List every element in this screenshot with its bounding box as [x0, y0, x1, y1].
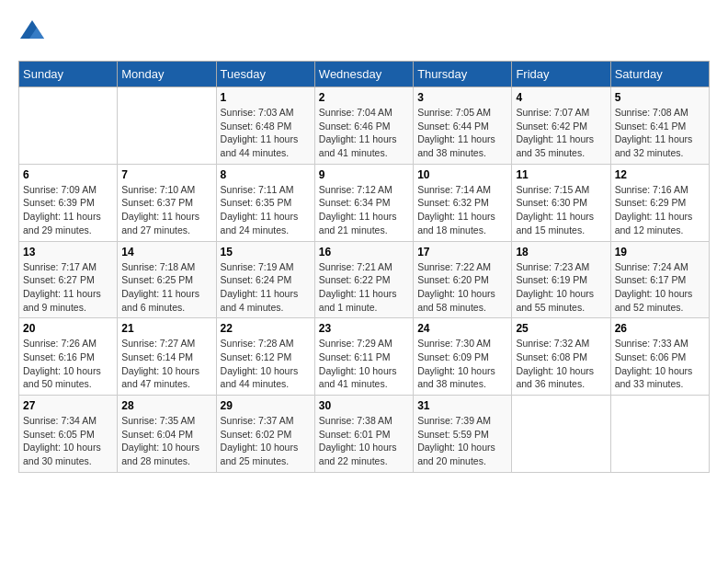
day-number: 19	[615, 246, 705, 259]
day-cell: 11Sunrise: 7:15 AM Sunset: 6:30 PM Dayli…	[512, 164, 610, 241]
day-info: Sunrise: 7:21 AM Sunset: 6:22 PM Dayligh…	[319, 260, 409, 315]
header-sunday: Sunday	[19, 62, 118, 87]
day-cell: 22Sunrise: 7:28 AM Sunset: 6:12 PM Dayli…	[216, 318, 314, 396]
day-cell: 10Sunrise: 7:14 AM Sunset: 6:32 PM Dayli…	[414, 164, 512, 241]
day-info: Sunrise: 7:03 AM Sunset: 6:48 PM Dayligh…	[221, 106, 311, 160]
day-info: Sunrise: 7:19 AM Sunset: 6:24 PM Dayligh…	[221, 260, 311, 315]
day-cell: 3Sunrise: 7:05 AM Sunset: 6:44 PM Daylig…	[414, 87, 512, 165]
day-number: 23	[319, 322, 409, 335]
week-row-3: 20Sunrise: 7:26 AM Sunset: 6:16 PM Dayli…	[19, 318, 710, 396]
day-number: 8	[221, 168, 311, 181]
day-cell: 2Sunrise: 7:04 AM Sunset: 6:46 PM Daylig…	[314, 87, 413, 165]
day-info: Sunrise: 7:34 AM Sunset: 6:05 PM Dayligh…	[23, 414, 113, 468]
day-cell: 18Sunrise: 7:23 AM Sunset: 6:19 PM Dayli…	[512, 241, 610, 318]
day-number: 2	[319, 91, 409, 104]
day-cell	[118, 87, 216, 165]
day-number: 26	[615, 322, 705, 335]
week-row-2: 13Sunrise: 7:17 AM Sunset: 6:27 PM Dayli…	[19, 241, 710, 318]
day-info: Sunrise: 7:32 AM Sunset: 6:08 PM Dayligh…	[516, 337, 606, 391]
day-number: 1	[221, 91, 311, 104]
day-info: Sunrise: 7:35 AM Sunset: 6:04 PM Dayligh…	[121, 414, 211, 468]
day-number: 3	[417, 91, 507, 104]
week-row-4: 27Sunrise: 7:34 AM Sunset: 6:05 PM Dayli…	[19, 396, 710, 473]
day-info: Sunrise: 7:15 AM Sunset: 6:30 PM Dayligh…	[516, 183, 606, 237]
day-cell: 16Sunrise: 7:21 AM Sunset: 6:22 PM Dayli…	[314, 241, 413, 318]
day-cell: 17Sunrise: 7:22 AM Sunset: 6:20 PM Dayli…	[414, 241, 512, 318]
day-number: 17	[417, 246, 507, 259]
day-info: Sunrise: 7:09 AM Sunset: 6:39 PM Dayligh…	[23, 183, 113, 237]
day-number: 9	[319, 168, 409, 181]
day-info: Sunrise: 7:12 AM Sunset: 6:34 PM Dayligh…	[319, 183, 409, 237]
day-info: Sunrise: 7:17 AM Sunset: 6:27 PM Dayligh…	[23, 260, 113, 315]
day-info: Sunrise: 7:07 AM Sunset: 6:42 PM Dayligh…	[516, 106, 606, 160]
day-info: Sunrise: 7:38 AM Sunset: 6:01 PM Dayligh…	[319, 414, 409, 468]
day-info: Sunrise: 7:33 AM Sunset: 6:06 PM Dayligh…	[615, 337, 705, 391]
day-info: Sunrise: 7:30 AM Sunset: 6:09 PM Dayligh…	[417, 337, 507, 391]
day-number: 18	[516, 246, 606, 259]
header-wednesday: Wednesday	[314, 62, 413, 87]
day-cell: 8Sunrise: 7:11 AM Sunset: 6:35 PM Daylig…	[216, 164, 314, 241]
day-info: Sunrise: 7:08 AM Sunset: 6:41 PM Dayligh…	[615, 106, 705, 160]
page-header	[18, 18, 710, 46]
day-number: 15	[221, 246, 311, 259]
day-cell: 9Sunrise: 7:12 AM Sunset: 6:34 PM Daylig…	[314, 164, 413, 241]
day-number: 16	[319, 246, 409, 259]
day-cell	[19, 87, 118, 165]
day-info: Sunrise: 7:23 AM Sunset: 6:19 PM Dayligh…	[516, 260, 606, 315]
day-cell: 23Sunrise: 7:29 AM Sunset: 6:11 PM Dayli…	[314, 318, 413, 396]
day-number: 27	[23, 399, 113, 412]
day-number: 28	[121, 399, 211, 412]
day-cell: 28Sunrise: 7:35 AM Sunset: 6:04 PM Dayli…	[118, 396, 216, 473]
day-number: 31	[417, 399, 507, 412]
day-info: Sunrise: 7:18 AM Sunset: 6:25 PM Dayligh…	[121, 260, 211, 315]
header-row: SundayMondayTuesdayWednesdayThursdayFrid…	[19, 62, 710, 87]
day-info: Sunrise: 7:16 AM Sunset: 6:29 PM Dayligh…	[615, 183, 705, 237]
day-number: 25	[516, 322, 606, 335]
day-cell: 27Sunrise: 7:34 AM Sunset: 6:05 PM Dayli…	[19, 396, 118, 473]
day-cell: 31Sunrise: 7:39 AM Sunset: 5:59 PM Dayli…	[414, 396, 512, 473]
day-info: Sunrise: 7:39 AM Sunset: 5:59 PM Dayligh…	[417, 414, 507, 468]
day-number: 24	[417, 322, 507, 335]
day-cell: 25Sunrise: 7:32 AM Sunset: 6:08 PM Dayli…	[512, 318, 610, 396]
day-number: 5	[615, 91, 705, 104]
day-cell: 5Sunrise: 7:08 AM Sunset: 6:41 PM Daylig…	[610, 87, 709, 165]
day-number: 7	[121, 168, 211, 181]
day-cell: 14Sunrise: 7:18 AM Sunset: 6:25 PM Dayli…	[118, 241, 216, 318]
day-info: Sunrise: 7:22 AM Sunset: 6:20 PM Dayligh…	[417, 260, 507, 315]
day-cell: 19Sunrise: 7:24 AM Sunset: 6:17 PM Dayli…	[610, 241, 709, 318]
day-cell: 7Sunrise: 7:10 AM Sunset: 6:37 PM Daylig…	[118, 164, 216, 241]
logo-icon	[18, 18, 46, 46]
day-cell: 1Sunrise: 7:03 AM Sunset: 6:48 PM Daylig…	[216, 87, 314, 165]
day-cell	[512, 396, 610, 473]
day-info: Sunrise: 7:11 AM Sunset: 6:35 PM Dayligh…	[221, 183, 311, 237]
day-cell: 13Sunrise: 7:17 AM Sunset: 6:27 PM Dayli…	[19, 241, 118, 318]
day-cell: 26Sunrise: 7:33 AM Sunset: 6:06 PM Dayli…	[610, 318, 709, 396]
week-row-1: 6Sunrise: 7:09 AM Sunset: 6:39 PM Daylig…	[19, 164, 710, 241]
day-number: 4	[516, 91, 606, 104]
day-info: Sunrise: 7:29 AM Sunset: 6:11 PM Dayligh…	[319, 337, 409, 391]
day-number: 29	[221, 399, 311, 412]
day-info: Sunrise: 7:14 AM Sunset: 6:32 PM Dayligh…	[417, 183, 507, 237]
day-cell: 21Sunrise: 7:27 AM Sunset: 6:14 PM Dayli…	[118, 318, 216, 396]
day-number: 14	[121, 246, 211, 259]
header-monday: Monday	[118, 62, 216, 87]
day-number: 21	[121, 322, 211, 335]
day-number: 10	[417, 168, 507, 181]
day-cell: 4Sunrise: 7:07 AM Sunset: 6:42 PM Daylig…	[512, 87, 610, 165]
header-saturday: Saturday	[610, 62, 709, 87]
calendar-table: SundayMondayTuesdayWednesdayThursdayFrid…	[18, 61, 710, 473]
day-info: Sunrise: 7:26 AM Sunset: 6:16 PM Dayligh…	[23, 337, 113, 391]
day-info: Sunrise: 7:10 AM Sunset: 6:37 PM Dayligh…	[121, 183, 211, 237]
header-thursday: Thursday	[414, 62, 512, 87]
day-cell: 24Sunrise: 7:30 AM Sunset: 6:09 PM Dayli…	[414, 318, 512, 396]
day-cell: 6Sunrise: 7:09 AM Sunset: 6:39 PM Daylig…	[19, 164, 118, 241]
day-cell: 30Sunrise: 7:38 AM Sunset: 6:01 PM Dayli…	[314, 396, 413, 473]
day-number: 22	[221, 322, 311, 335]
day-number: 11	[516, 168, 606, 181]
day-cell: 15Sunrise: 7:19 AM Sunset: 6:24 PM Dayli…	[216, 241, 314, 318]
day-cell: 12Sunrise: 7:16 AM Sunset: 6:29 PM Dayli…	[610, 164, 709, 241]
day-info: Sunrise: 7:24 AM Sunset: 6:17 PM Dayligh…	[615, 260, 705, 315]
day-cell	[610, 396, 709, 473]
day-cell: 20Sunrise: 7:26 AM Sunset: 6:16 PM Dayli…	[19, 318, 118, 396]
day-number: 30	[319, 399, 409, 412]
